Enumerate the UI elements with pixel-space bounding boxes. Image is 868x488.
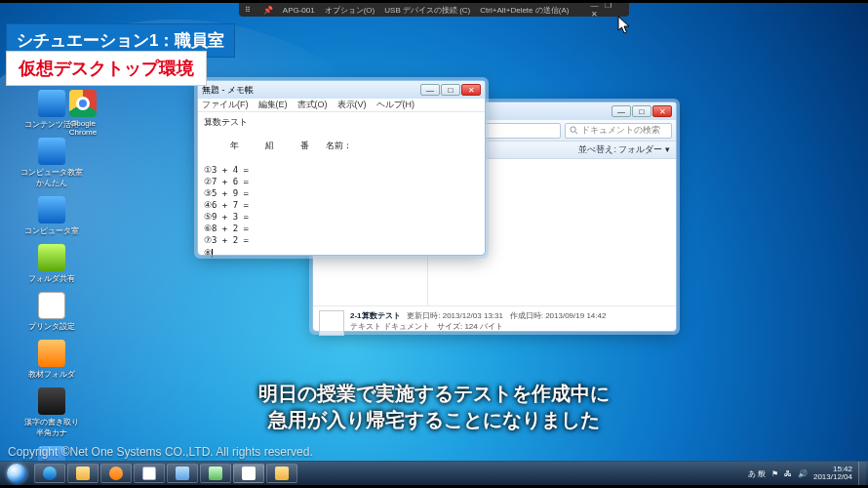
mod-label: 更新日時: bbox=[407, 311, 440, 320]
menu-help[interactable]: ヘルプ(H) bbox=[376, 99, 415, 111]
copyright-text: Copyright ©Net One Systems CO.,LTD. All … bbox=[8, 445, 313, 459]
taskbar-app3[interactable] bbox=[200, 464, 231, 483]
menu-edit[interactable]: 編集(E) bbox=[258, 99, 288, 111]
file-type: テキスト ドキュメント bbox=[350, 322, 430, 331]
grip-icon: ⠿ bbox=[245, 6, 254, 15]
menu-format[interactable]: 書式(O) bbox=[297, 99, 328, 111]
menu-view[interactable]: 表示(V) bbox=[337, 99, 367, 111]
vm-menu-cad[interactable]: Ctrl+Alt+Delete の送信(A) bbox=[480, 5, 569, 16]
subtitle-line-2: 急用が入り帰宅することになりました bbox=[0, 407, 868, 433]
created-date: 2013/09/19 14:42 bbox=[545, 311, 606, 320]
scenario-subbanner: 仮想デスクトップ環境 bbox=[6, 51, 207, 86]
notepad-icon bbox=[242, 467, 256, 480]
ime-status[interactable]: あ 般 bbox=[748, 468, 766, 479]
file-size: 124 バイト bbox=[464, 322, 503, 331]
arrange-by-menu[interactable]: 並べ替え: フォルダー ▾ bbox=[578, 143, 670, 156]
app-icon bbox=[38, 292, 65, 319]
windows-orb-icon bbox=[7, 464, 26, 483]
svg-point-0 bbox=[571, 127, 575, 132]
desktop-icon-label: 教材フォルダ bbox=[8, 369, 96, 380]
desktop-icon-label: Google Chrome bbox=[59, 119, 107, 137]
desktop-icon[interactable]: Google Chrome bbox=[59, 90, 107, 137]
desktop-icons-column-2: Google Chrome bbox=[59, 90, 107, 144]
desktop-icon[interactable]: フォルダ共有 bbox=[8, 244, 96, 284]
desktop-icon-label: コンピュータ教室かんたん bbox=[8, 167, 96, 188]
close-button[interactable]: ✕ bbox=[652, 105, 672, 117]
desktop-icon[interactable]: コンピュータ教室かんたん bbox=[8, 138, 96, 188]
close-button[interactable]: ✕ bbox=[461, 84, 481, 96]
mod-date: 2013/12/03 13:31 bbox=[443, 311, 503, 320]
desktop-icon-label: フォルダ共有 bbox=[8, 273, 96, 284]
file-name: 2-1算数テスト bbox=[350, 311, 401, 320]
size-label: サイズ: bbox=[437, 322, 462, 331]
vm-menu-usb[interactable]: USB デバイスの接続 (C) bbox=[384, 5, 470, 16]
taskbar-app2[interactable] bbox=[167, 464, 198, 483]
folder-icon bbox=[275, 467, 289, 480]
vm-connection-bar[interactable]: ⠿ 📌 APG-001 オプション(O) USB デバイスの接続 (C) Ctr… bbox=[239, 3, 629, 17]
app-icon bbox=[176, 467, 189, 480]
wmp-icon bbox=[109, 467, 123, 480]
text-caret bbox=[212, 249, 213, 258]
app-icon bbox=[209, 467, 222, 480]
app-icon bbox=[38, 340, 65, 367]
taskbar-media[interactable] bbox=[100, 464, 132, 483]
notepad-title: 無題 - メモ帳 bbox=[202, 84, 420, 97]
system-tray[interactable]: あ 般 ⚑ 🖧 🔊 15:42 2013/12/04 bbox=[746, 462, 868, 486]
show-desktop-button[interactable] bbox=[858, 462, 866, 486]
folder-icon bbox=[76, 467, 90, 480]
vm-menu-options[interactable]: オプション(O) bbox=[325, 5, 375, 16]
video-subtitle: 明日の授業で実施するテストを作成中に 急用が入り帰宅することになりました bbox=[0, 381, 868, 433]
search-placeholder: ドキュメントの検索 bbox=[581, 124, 660, 137]
notepad-window[interactable]: 無題 - メモ帳 — □ ✕ ファイル(F) 編集(E) 書式(O) 表示(V)… bbox=[197, 80, 486, 256]
tray-volume-icon[interactable]: 🔊 bbox=[798, 469, 808, 478]
tray-flag-icon[interactable]: ⚑ bbox=[771, 469, 778, 478]
taskbar-app1[interactable] bbox=[134, 464, 165, 483]
minimize-button[interactable]: — bbox=[420, 84, 440, 96]
tray-network-icon[interactable]: 🖧 bbox=[784, 469, 792, 478]
ie-icon bbox=[43, 467, 57, 480]
created-label: 作成日時: bbox=[510, 311, 543, 320]
svg-line-1 bbox=[575, 132, 578, 135]
start-button[interactable] bbox=[0, 462, 33, 486]
vm-host-name: APG-001 bbox=[283, 6, 315, 15]
search-icon bbox=[570, 126, 578, 135]
taskbar-explorer[interactable] bbox=[67, 464, 99, 483]
mouse-cursor-icon bbox=[617, 16, 631, 35]
desktop-icon[interactable]: コンピュータ室 bbox=[8, 196, 96, 236]
desktop-icon-label: プリンタ設定 bbox=[8, 321, 96, 332]
file-thumb-icon bbox=[319, 310, 344, 336]
thumbtack-icon[interactable]: 📌 bbox=[263, 6, 273, 15]
taskbar-clock[interactable]: 15:42 2013/12/04 bbox=[813, 466, 852, 481]
maximize-button[interactable]: □ bbox=[441, 84, 460, 96]
taskbar-notepad[interactable] bbox=[233, 464, 264, 483]
notepad-titlebar[interactable]: 無題 - メモ帳 — □ ✕ bbox=[198, 81, 485, 99]
app-icon bbox=[142, 467, 156, 480]
subtitle-line-1: 明日の授業で実施するテストを作成中に bbox=[0, 381, 868, 407]
taskbar-app4[interactable] bbox=[266, 464, 297, 483]
clock-date: 2013/12/04 bbox=[813, 473, 852, 481]
maximize-button[interactable]: □ bbox=[632, 105, 651, 117]
explorer-details-pane: 2-1算数テスト 更新日時: 2013/12/03 13:31 作成日時: 20… bbox=[313, 305, 676, 340]
letterbox bbox=[0, 0, 868, 3]
notepad-text-area[interactable]: 算数テスト 年 組 番 名前： ①3 + 4 = ②7 + 6 = ③5 + 9… bbox=[198, 112, 485, 263]
desktop-icon-label: コンピュータ室 bbox=[8, 225, 96, 236]
desktop-icon[interactable]: 教材フォルダ bbox=[8, 340, 96, 380]
minimize-button[interactable]: — bbox=[612, 105, 631, 117]
notepad-menubar: ファイル(F) 編集(E) 書式(O) 表示(V) ヘルプ(H) bbox=[198, 99, 485, 112]
taskbar-ie[interactable] bbox=[34, 464, 65, 483]
menu-file[interactable]: ファイル(F) bbox=[202, 99, 249, 111]
app-icon bbox=[69, 90, 97, 117]
close-icon[interactable]: ✕ bbox=[588, 10, 600, 19]
explorer-search-input[interactable]: ドキュメントの検索 bbox=[565, 123, 672, 139]
app-icon bbox=[38, 244, 65, 271]
taskbar[interactable]: あ 般 ⚑ 🖧 🔊 15:42 2013/12/04 bbox=[0, 461, 868, 485]
desktop-icon[interactable]: プリンタ設定 bbox=[8, 292, 96, 332]
app-icon bbox=[38, 196, 65, 224]
